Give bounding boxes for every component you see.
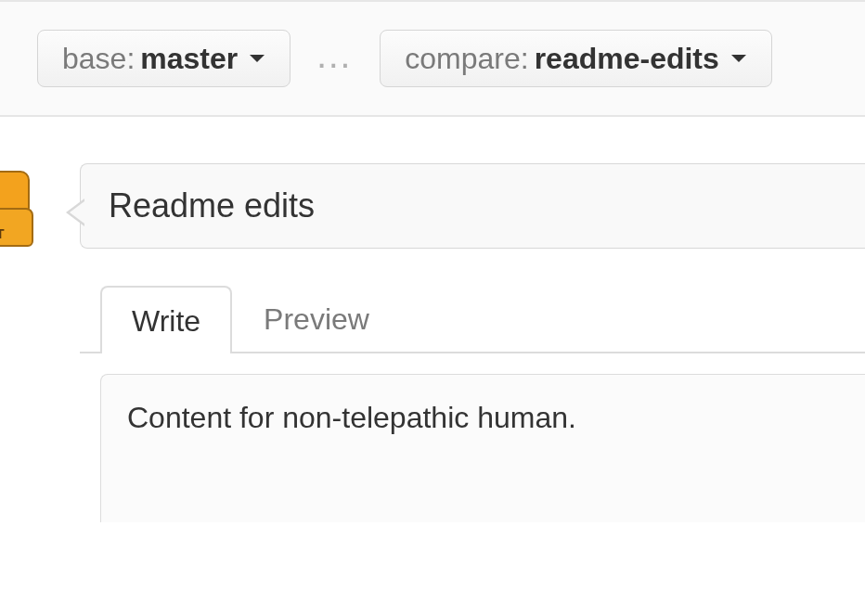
tab-row: Write Preview: [80, 284, 865, 353]
compare-branch-value: readme-edits: [535, 44, 719, 73]
tab-write[interactable]: Write: [100, 286, 232, 353]
base-branch-value: master: [140, 44, 238, 73]
avatar-tag: OT: [0, 226, 5, 241]
form-column: Write Preview: [80, 163, 865, 526]
base-label: base:: [62, 44, 135, 73]
base-branch-button[interactable]: base: master: [37, 30, 290, 87]
tab-preview[interactable]: Preview: [232, 284, 401, 352]
avatar-column: OT: [0, 163, 80, 250]
comment-wrap: [80, 353, 865, 526]
branch-compare-bar: base: master … compare: readme-edits: [0, 0, 865, 117]
chevron-down-icon: [249, 53, 265, 64]
compare-label: compare:: [405, 44, 528, 73]
ellipsis-separator: …: [315, 36, 355, 73]
chevron-down-icon: [730, 53, 747, 64]
pull-request-form: OT Write Preview: [0, 117, 865, 526]
speech-bubble-arrow: [66, 199, 84, 230]
avatar: OT: [0, 171, 33, 250]
compare-branch-button[interactable]: compare: readme-edits: [380, 30, 772, 87]
pr-comment-textarea[interactable]: [100, 374, 865, 522]
pr-title-input[interactable]: [80, 163, 865, 249]
